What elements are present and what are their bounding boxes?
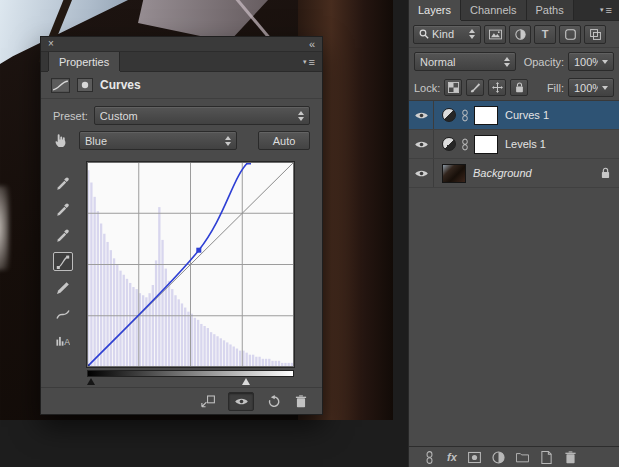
filter-smart-object-icon[interactable] bbox=[584, 25, 606, 44]
filter-adjustment-icon[interactable] bbox=[509, 25, 531, 44]
layer-name[interactable]: Levels 1 bbox=[505, 138, 546, 150]
layers-list: Curves 1 Levels 1 Background bbox=[409, 101, 619, 446]
curves-thumbnail-icon bbox=[51, 78, 70, 93]
kind-filter-dropdown[interactable]: Kind bbox=[413, 25, 481, 44]
collapse-panel-icon[interactable]: « bbox=[309, 39, 315, 50]
tab-paths[interactable]: Paths bbox=[527, 0, 574, 20]
properties-titlebar[interactable]: × « bbox=[41, 37, 322, 52]
menu-arrow-icon: ▾ bbox=[600, 6, 604, 14]
white-input-slider[interactable] bbox=[242, 378, 250, 385]
lock-row: Lock: Fill: 100% bbox=[409, 75, 619, 101]
properties-tab-strip: Properties ▾ ≡ bbox=[41, 52, 322, 72]
menu-lines-icon: ≡ bbox=[309, 56, 315, 68]
preset-row: Preset: Custom bbox=[53, 106, 310, 125]
layers-footer: fx bbox=[409, 446, 619, 467]
new-adjustment-layer-icon[interactable] bbox=[492, 451, 505, 464]
lock-pixels-icon[interactable] bbox=[466, 79, 484, 96]
adjustment-layer-icon bbox=[442, 108, 456, 122]
curves-graph[interactable] bbox=[87, 162, 294, 367]
gray-point-eyedropper-icon[interactable] bbox=[53, 200, 73, 219]
photo-highlight bbox=[0, 186, 9, 270]
edit-points-icon[interactable] bbox=[53, 252, 73, 271]
properties-footer bbox=[41, 387, 322, 414]
layer-name[interactable]: Curves 1 bbox=[505, 109, 549, 121]
layer-row-curves-1[interactable]: Curves 1 bbox=[409, 101, 619, 130]
visibility-toggle-icon[interactable] bbox=[228, 392, 254, 411]
dropdown-arrow-icon bbox=[602, 60, 608, 64]
input-gradient-bar bbox=[87, 370, 294, 377]
new-layer-icon[interactable] bbox=[540, 451, 553, 464]
auto-button[interactable]: Auto bbox=[258, 131, 310, 150]
smooth-curve-icon[interactable] bbox=[53, 304, 73, 323]
mask-link-icon bbox=[461, 138, 469, 151]
preset-dropdown[interactable]: Custom bbox=[94, 106, 310, 125]
blend-mode-dropdown[interactable]: Normal bbox=[414, 52, 516, 71]
black-point-eyedropper-icon[interactable] bbox=[53, 174, 73, 193]
close-icon[interactable]: × bbox=[48, 39, 54, 49]
input-sliders bbox=[87, 378, 294, 387]
clip-to-layer-icon[interactable] bbox=[201, 395, 215, 408]
link-layers-icon[interactable] bbox=[423, 451, 436, 464]
fill-label: Fill: bbox=[547, 82, 564, 94]
kind-label: Kind bbox=[432, 28, 461, 40]
channel-row: Blue Auto bbox=[53, 131, 310, 150]
dropdown-arrows-icon bbox=[298, 111, 304, 121]
curves-graph-wrap bbox=[87, 162, 294, 387]
fill-value: 100% bbox=[574, 82, 598, 94]
delete-adjustment-icon[interactable] bbox=[294, 395, 308, 408]
panel-menu-icon[interactable]: ▾ ≡ bbox=[296, 52, 322, 71]
lock-transparency-icon[interactable] bbox=[444, 79, 462, 96]
preset-value: Custom bbox=[100, 110, 293, 122]
delete-layer-icon[interactable] bbox=[564, 451, 577, 464]
visibility-eye-icon[interactable] bbox=[409, 159, 434, 187]
layer-mask-thumbnail[interactable] bbox=[474, 106, 498, 125]
preset-label: Preset: bbox=[53, 110, 88, 122]
white-point-eyedropper-icon[interactable] bbox=[53, 226, 73, 245]
filter-shape-icon[interactable] bbox=[559, 25, 581, 44]
opacity-label: Opacity: bbox=[524, 56, 564, 68]
curves-tool-strip bbox=[41, 174, 85, 349]
pencil-icon[interactable] bbox=[53, 278, 73, 297]
search-icon bbox=[419, 29, 429, 39]
visibility-eye-icon[interactable] bbox=[409, 101, 434, 129]
tab-channels[interactable]: Channels bbox=[461, 0, 526, 20]
dropdown-arrows-icon bbox=[469, 29, 475, 39]
blend-row: Normal Opacity: 100% bbox=[409, 48, 619, 75]
adjustment-header: Curves bbox=[41, 72, 322, 99]
properties-panel: × « Properties ▾ ≡ Curves Preset: Custom bbox=[40, 36, 323, 415]
black-input-slider[interactable] bbox=[87, 378, 95, 385]
filter-row: Kind T bbox=[409, 21, 619, 48]
targeted-adjustment-icon[interactable] bbox=[53, 133, 73, 148]
new-group-icon[interactable] bbox=[516, 451, 529, 464]
curves-editor bbox=[41, 156, 322, 387]
opacity-dropdown[interactable]: 100% bbox=[568, 52, 614, 71]
clipping-display-icon[interactable] bbox=[53, 330, 73, 349]
layer-row-levels-1[interactable]: Levels 1 bbox=[409, 130, 619, 159]
layer-style-icon[interactable]: fx bbox=[447, 451, 457, 463]
dropdown-arrow-icon bbox=[602, 86, 608, 90]
photoshop-workspace: × « Properties ▾ ≡ Curves Preset: Custom bbox=[0, 0, 619, 467]
filter-image-icon[interactable] bbox=[484, 25, 506, 44]
dropdown-arrows-icon bbox=[225, 136, 231, 146]
layer-mask-thumbnail[interactable] bbox=[474, 135, 498, 154]
panel-menu-icon[interactable]: ▾ ≡ bbox=[593, 0, 619, 20]
lock-position-icon[interactable] bbox=[488, 79, 506, 96]
tab-properties[interactable]: Properties bbox=[48, 52, 120, 71]
channel-dropdown[interactable]: Blue bbox=[79, 131, 237, 150]
layer-name[interactable]: Background bbox=[473, 167, 532, 179]
layer-row-background[interactable]: Background bbox=[409, 159, 619, 188]
reset-icon[interactable] bbox=[267, 395, 281, 408]
menu-arrow-icon: ▾ bbox=[303, 58, 307, 66]
fill-dropdown[interactable]: 100% bbox=[568, 78, 614, 97]
channel-value: Blue bbox=[85, 135, 220, 147]
adjustment-layer-icon bbox=[442, 137, 456, 151]
mask-link-icon bbox=[461, 109, 469, 122]
add-layer-mask-icon[interactable] bbox=[468, 451, 481, 464]
menu-lines-icon: ≡ bbox=[606, 4, 612, 16]
visibility-eye-icon[interactable] bbox=[409, 130, 434, 158]
opacity-value: 100% bbox=[574, 56, 598, 68]
filter-type-icon[interactable]: T bbox=[534, 25, 556, 44]
layer-thumbnail[interactable] bbox=[442, 164, 466, 183]
lock-all-icon[interactable] bbox=[510, 79, 528, 96]
tab-layers[interactable]: Layers bbox=[409, 0, 461, 20]
